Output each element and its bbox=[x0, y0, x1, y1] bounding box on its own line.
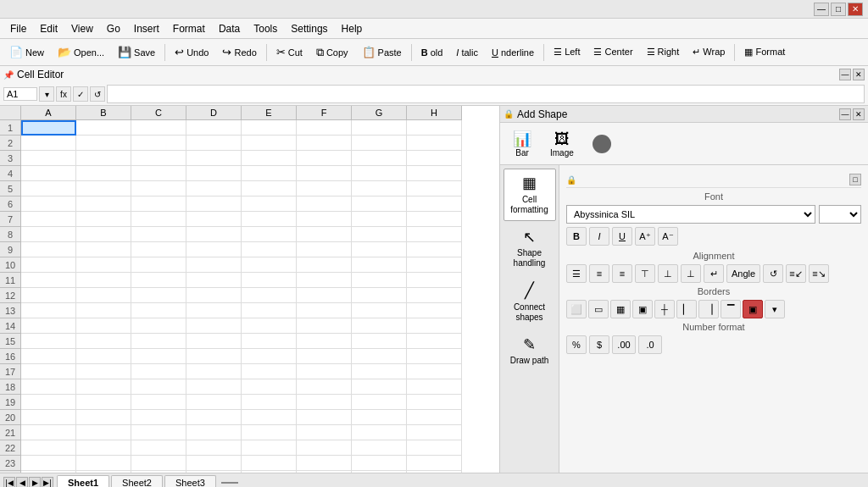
cell-G20[interactable] bbox=[352, 410, 407, 425]
cell-D22[interactable] bbox=[186, 440, 242, 456]
stacked-right-btn[interactable]: ≡↘ bbox=[809, 264, 829, 283]
cell-C13[interactable] bbox=[131, 303, 186, 318]
italic-button[interactable]: Italic bbox=[450, 44, 484, 61]
cell-C22[interactable] bbox=[131, 440, 186, 456]
cell-H8[interactable] bbox=[407, 227, 462, 242]
cell-D10[interactable] bbox=[186, 257, 242, 273]
cell-editor-minimize[interactable]: — bbox=[839, 69, 851, 80]
paste-button[interactable]: 📋Paste bbox=[356, 42, 408, 62]
cell-A12[interactable] bbox=[21, 288, 76, 303]
bold-format-button[interactable]: B bbox=[566, 227, 587, 246]
align-right-button[interactable]: ☰ Right bbox=[641, 43, 686, 61]
cell-D15[interactable] bbox=[186, 334, 242, 349]
cell-G12[interactable] bbox=[352, 288, 407, 303]
menu-file[interactable]: File bbox=[3, 21, 33, 36]
cell-E2[interactable] bbox=[242, 136, 297, 151]
cell-B1[interactable] bbox=[76, 120, 131, 136]
tab-cell-formatting[interactable]: ▦ Cellformatting bbox=[504, 169, 556, 221]
cell-C6[interactable] bbox=[131, 196, 186, 212]
cell-H11[interactable] bbox=[407, 273, 462, 288]
menu-help[interactable]: Help bbox=[335, 21, 370, 36]
cell-F13[interactable] bbox=[297, 303, 352, 318]
border-outer-btn[interactable]: ▭ bbox=[588, 300, 609, 318]
cell-A18[interactable] bbox=[21, 379, 76, 395]
border-all-btn[interactable]: ▦ bbox=[610, 300, 631, 318]
cell-H5[interactable] bbox=[407, 181, 462, 196]
cell-B9[interactable] bbox=[76, 242, 131, 257]
cell-A2[interactable] bbox=[21, 136, 76, 151]
cell-C20[interactable] bbox=[131, 410, 186, 425]
cell-A21[interactable] bbox=[21, 425, 76, 440]
cell-C14[interactable] bbox=[131, 318, 186, 334]
cell-G10[interactable] bbox=[352, 257, 407, 273]
cell-reference-input[interactable]: A1 bbox=[3, 87, 37, 101]
menu-format[interactable]: Format bbox=[166, 21, 212, 36]
cell-G6[interactable] bbox=[352, 196, 407, 212]
tab-draw-path[interactable]: ✎ Draw path bbox=[504, 330, 556, 373]
align-left-button[interactable]: ☰ Left bbox=[548, 43, 586, 61]
cell-F23[interactable] bbox=[297, 456, 352, 471]
cell-G5[interactable] bbox=[352, 181, 407, 196]
menu-view[interactable]: View bbox=[64, 21, 100, 36]
cell-C12[interactable] bbox=[131, 288, 186, 303]
cell-G19[interactable] bbox=[352, 395, 407, 410]
cell-A10[interactable] bbox=[21, 257, 76, 273]
sheet-next-btn[interactable]: ▶ bbox=[29, 477, 41, 488]
border-inner-btn[interactable]: ┼ bbox=[654, 300, 675, 318]
cell-F15[interactable] bbox=[297, 334, 352, 349]
sheet-prev-btn[interactable]: ◀ bbox=[16, 477, 28, 488]
cell-A19[interactable] bbox=[21, 395, 76, 410]
cell-F7[interactable] bbox=[297, 212, 352, 227]
cell-A4[interactable] bbox=[21, 166, 76, 181]
cell-D3[interactable] bbox=[186, 151, 242, 166]
cell-F6[interactable] bbox=[297, 196, 352, 212]
cell-D17[interactable] bbox=[186, 364, 242, 379]
redo-button[interactable]: ↪Redo bbox=[216, 42, 262, 62]
cell-E8[interactable] bbox=[242, 227, 297, 242]
cell-F22[interactable] bbox=[297, 440, 352, 456]
border-color-btn[interactable]: ▣ bbox=[743, 300, 763, 318]
cell-C9[interactable] bbox=[131, 242, 186, 257]
cell-C10[interactable] bbox=[131, 257, 186, 273]
cell-B11[interactable] bbox=[76, 273, 131, 288]
cell-F4[interactable] bbox=[297, 166, 352, 181]
border-thick-btn[interactable]: ▣ bbox=[632, 300, 653, 318]
decimal-00-btn[interactable]: .00 bbox=[612, 335, 636, 354]
angle-btn[interactable]: Angle bbox=[726, 264, 760, 283]
cell-E12[interactable] bbox=[242, 288, 297, 303]
cell-A14[interactable] bbox=[21, 318, 76, 334]
italic-format-button[interactable]: I bbox=[589, 227, 609, 246]
save-button[interactable]: 💾Save bbox=[112, 42, 161, 62]
cell-F16[interactable] bbox=[297, 349, 352, 364]
menu-edit[interactable]: Edit bbox=[33, 21, 64, 36]
cell-E14[interactable] bbox=[242, 318, 297, 334]
cancel-formula-btn[interactable]: ↺ bbox=[90, 86, 105, 102]
new-button[interactable]: 📄New bbox=[3, 42, 50, 62]
cell-D20[interactable] bbox=[186, 410, 242, 425]
cell-C15[interactable] bbox=[131, 334, 186, 349]
cell-H4[interactable] bbox=[407, 166, 462, 181]
bold-button[interactable]: Bold bbox=[415, 44, 449, 61]
image-shape-button[interactable]: 🖼 Image bbox=[544, 127, 580, 161]
cell-G14[interactable] bbox=[352, 318, 407, 334]
cell-H18[interactable] bbox=[407, 379, 462, 395]
cell-F8[interactable] bbox=[297, 227, 352, 242]
add-shape-minimize[interactable]: — bbox=[839, 108, 851, 120]
cell-E5[interactable] bbox=[242, 181, 297, 196]
cell-F3[interactable] bbox=[297, 151, 352, 166]
cell-B12[interactable] bbox=[76, 288, 131, 303]
cell-G16[interactable] bbox=[352, 349, 407, 364]
cell-F14[interactable] bbox=[297, 318, 352, 334]
cell-D23[interactable] bbox=[186, 456, 242, 471]
cell-F10[interactable] bbox=[297, 257, 352, 273]
cell-G9[interactable] bbox=[352, 242, 407, 257]
cell-G3[interactable] bbox=[352, 151, 407, 166]
cell-E11[interactable] bbox=[242, 273, 297, 288]
cell-H21[interactable] bbox=[407, 425, 462, 440]
cell-B20[interactable] bbox=[76, 410, 131, 425]
border-left-btn[interactable]: ▏ bbox=[676, 300, 697, 318]
cell-D9[interactable] bbox=[186, 242, 242, 257]
increase-font-button[interactable]: A⁺ bbox=[635, 227, 655, 246]
cell-C5[interactable] bbox=[131, 181, 186, 196]
cell-B23[interactable] bbox=[76, 456, 131, 471]
